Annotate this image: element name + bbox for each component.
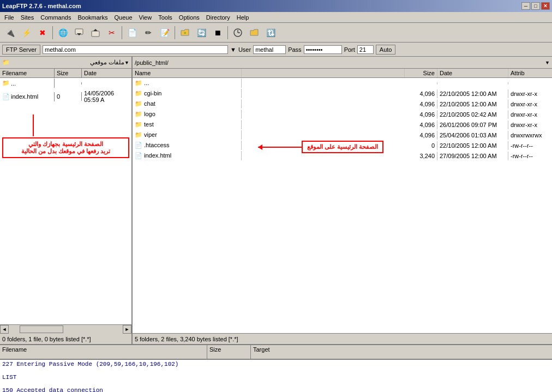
left-statusbar: 0 folders, 1 file, 0 bytes listed [*.*] [0,333,131,344]
folder-icon: 📁 [135,100,142,107]
pass-label: Pass [288,46,301,53]
menu-sites[interactable]: Sites [17,13,37,22]
queue-header: Filename Size Target [0,344,552,359]
right-annotation-area: الصفحة الرئيسية على الموقع [258,141,383,153]
user-label: User [238,46,251,53]
menu-directory[interactable]: Directory [203,13,233,22]
folder-icon: 📁 [2,59,10,66]
open-folder-btn[interactable] [247,25,262,40]
left-col-date[interactable]: Date [82,69,131,77]
right-file-list: Name Size Date Attrib 📁 ... 📁 cgi-bin 4,… [133,69,552,333]
menu-tools[interactable]: Tools [155,13,176,22]
site-manager-btn[interactable]: 🌐 [55,25,70,40]
svg-text:+: + [184,31,187,35]
queue-col-filename: Filename [0,345,207,359]
disconnect-btn[interactable]: ✖ [35,25,50,40]
view-btn[interactable]: 📄 [124,25,140,40]
minimize-button[interactable]: ─ [521,2,530,10]
menu-queue[interactable]: Queue [111,13,135,22]
pass-input[interactable] [304,45,342,54]
right-row-cgi-bin[interactable]: 📁 cgi-bin 4,096 22/10/2005 12:00 AM drwx… [133,88,552,99]
toolbar: 🔌 ⚡ ✖ 🌐 ✂ 📄 ✏ 📝 + 🔄 ⏹ 🔃 [0,23,552,43]
right-panel-header: /public_html/ ▼ [133,57,552,69]
up-folder-icon: 📁 [135,80,142,86]
left-path-dropdown[interactable]: ▼ [124,60,129,65]
user-input[interactable] [253,45,286,54]
edit-btn[interactable]: ✏ [141,25,156,40]
left-row-index-html[interactable]: 📄 index.html 0 14/05/2006 05:59 A [0,88,131,105]
titlebar-buttons: ─ □ ✕ [521,2,550,10]
stop-btn[interactable]: ⏹ [210,25,225,40]
separator-4 [227,26,228,39]
rename-btn[interactable]: 📝 [157,25,172,40]
sync-btn[interactable]: 🔃 [263,25,278,40]
folder-icon: 📁 [135,111,142,117]
queue-col-target: Target [251,345,552,359]
delete-btn[interactable]: ✂ [104,25,119,40]
right-path-display: /public_html/ [135,59,545,66]
right-row-logo[interactable]: 📁 logo 4,096 22/10/2005 02:42 AM drwxr-x… [133,109,552,119]
left-row-up[interactable]: 📁 ... [0,78,131,88]
close-button[interactable]: ✕ [541,2,550,10]
server-input[interactable] [43,45,228,54]
connect-btn[interactable]: 🔌 [2,25,17,40]
left-arrow-up [33,114,34,136]
folder-icon: 📁 [135,90,142,97]
port-input[interactable] [357,45,374,54]
left-scroll-right[interactable]: ► [123,325,131,334]
menu-file[interactable]: File [1,13,17,22]
app-title: LeapFTP 2.7.6 - methal.com [2,3,81,9]
right-col-size[interactable]: Size [405,69,437,77]
separator-3 [175,26,175,39]
folder-icon: 📁 [135,131,142,138]
right-panel: /public_html/ ▼ Name Size Date Attrib 📁 … [133,57,552,344]
put-file-btn[interactable] [88,25,103,40]
right-row-test[interactable]: 📁 test 4,096 26/01/2006 09:07 PM drwxr-x… [133,119,552,130]
left-path-input[interactable] [12,59,124,66]
right-row-up[interactable]: 📁 ... [133,78,552,88]
svg-marker-3 [93,29,98,31]
menu-help[interactable]: Help [233,13,253,22]
right-statusbar: 5 folders, 2 files, 3,240 bytes listed [… [133,333,552,344]
titlebar: LeapFTP 2.7.6 - methal.com ─ □ ✕ [0,0,552,12]
left-panel-header: 📁 ▼ [0,57,131,69]
left-list-header: Filename Size Date [0,69,131,78]
menu-view[interactable]: View [136,13,155,22]
quick-connect-btn[interactable]: ⚡ [19,25,34,40]
schedule-btn[interactable] [230,25,245,40]
left-hscrollbar: ◄ ► [0,324,131,333]
up-icon: 📁 [2,80,10,87]
right-col-attrib[interactable]: Attrib [508,69,552,77]
folder-icon: 📁 [135,121,142,128]
new-folder-btn[interactable]: + [177,25,193,40]
left-annotation-box: الصفحة الرئيسية بجهازك والتي تريد رفعها … [2,137,129,158]
file-icon: 📄 [135,142,142,148]
left-col-size[interactable]: Size [55,69,82,77]
right-row-chat[interactable]: 📁 chat 4,096 22/10/2005 12:00 AM drwxr-x… [133,99,552,109]
left-scroll-track[interactable] [9,325,123,334]
menu-commands[interactable]: Commands [37,13,74,22]
refresh-btn[interactable]: 🔄 [194,25,209,40]
panels-wrapper: 📁 ▼ Filename Size Date 📁 ... 📄 index.htm… [0,57,552,344]
left-file-list: Filename Size Date 📁 ... 📄 index.html 0 … [0,69,131,324]
right-col-spacer [242,69,405,77]
right-annotation-box: الصفحة الرئيسية على الموقع [302,141,383,153]
left-col-filename[interactable]: Filename [0,69,55,77]
menu-bookmarks[interactable]: Bookmarks [74,13,111,22]
get-file-btn[interactable] [71,25,87,40]
right-path-dropdown[interactable]: ▼ [545,60,550,65]
auto-button[interactable]: Auto [376,45,396,55]
right-col-name[interactable]: Name [133,69,242,77]
server-dropdown-arrow[interactable]: ▼ [230,46,236,53]
menu-options[interactable]: Options [176,13,203,22]
left-scroll-thumb[interactable] [20,325,63,333]
file-icon: 📄 [2,93,10,100]
right-col-date[interactable]: Date [437,69,508,77]
maximize-button[interactable]: □ [531,2,540,10]
left-scroll-left[interactable]: ◄ [0,325,9,334]
log-area: 227 Entering Passive Mode (209,59,166,10… [0,359,552,392]
log-line-2: LIST [2,374,550,381]
right-arrowhead [258,144,262,150]
right-row-viper[interactable]: 📁 viper 4,096 25/04/2006 01:03 AM drwxrw… [133,130,552,140]
ftp-server-button[interactable]: FTP Server [2,45,40,55]
